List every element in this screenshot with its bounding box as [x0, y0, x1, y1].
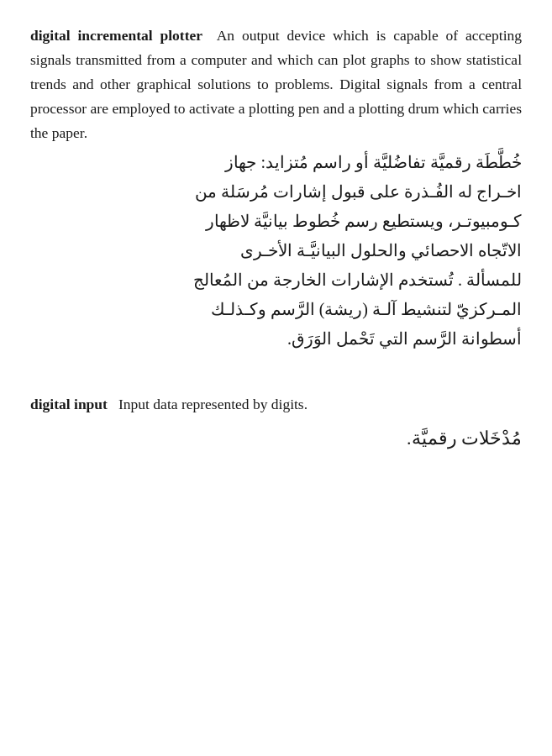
arabic-line-7: أسطوانة الرَّسم التي تَحْمل الوَرَق. [30, 324, 522, 354]
arabic-line-4: الاتّجاه الاحصائي والحلول البيانيَّـة ال… [30, 236, 522, 265]
entry1-english-text: digital incremental plotter An output de… [30, 24, 522, 144]
arabic-line-5: للمسألة . تُستخدم الإشارات الخارجة من ال… [30, 265, 522, 295]
entry2-english-body: Input data represented by digits. [111, 396, 308, 412]
divider [30, 377, 522, 392]
entry2-arabic-translation: مُدْخَلات رقميَّة. [30, 422, 522, 455]
arabic-line-3: كـومبيوتـر، ويستطيع رسم خُطوط بيانيَّة ل… [30, 207, 522, 236]
entry-digital-input: digital input Input data represented by … [30, 392, 522, 454]
arabic-title-line: خُطَّطَة رقميَّة تفاضُليَّة أو راسم مُتز… [30, 148, 522, 177]
entry1-title: digital incremental plotter [30, 27, 202, 44]
entry2-title: digital input [30, 396, 108, 412]
entry-digital-incremental-plotter: digital incremental plotter An output de… [30, 24, 522, 354]
arabic-line-6: المـركزيّ لتنشيط آلـة (ريشة) الرَّسم وكـ… [30, 295, 522, 324]
entry1-arabic-block: خُطَّطَة رقميَّة تفاضُليَّة أو راسم مُتز… [30, 148, 522, 354]
entry1-english-body: An output device which is capable of acc… [30, 27, 522, 141]
arabic-line-2: اخـراج له الفُـذرة على قبول إشارات مُرسَ… [30, 177, 522, 207]
entry2-english-text: digital input Input data represented by … [30, 392, 522, 417]
